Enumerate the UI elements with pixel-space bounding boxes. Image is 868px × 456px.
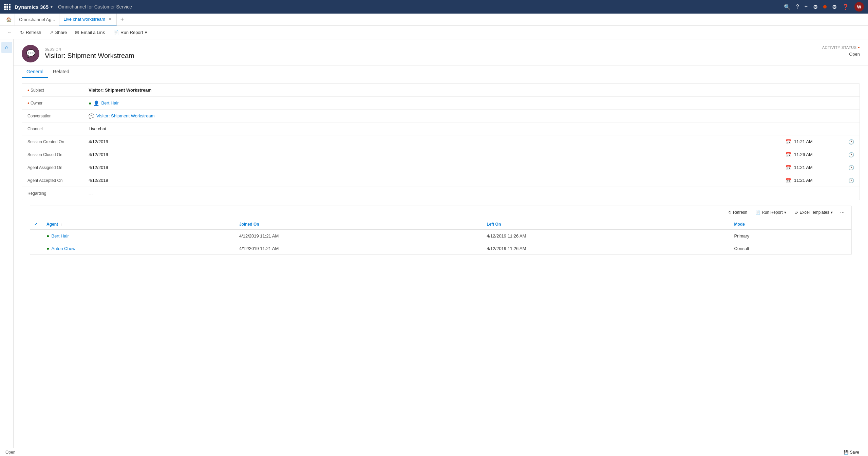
top-nav-icons: 🔍 ? + ⚙ ⚙ ❓ W [784,2,864,12]
form-row-session-created: Session Created On 4/12/2019 📅 11:21 AM … [22,135,860,148]
tab-livechat-label: Live chat workstream [63,17,105,22]
save-icon: 💾 [844,450,849,455]
save-button[interactable]: 💾 Save [840,449,863,455]
row2-joined: 4/12/2019 11:21 AM [235,242,483,255]
col-joined-on[interactable]: Joined On [235,219,483,230]
agent-accepted-date: 4/12/2019 [89,178,783,183]
row2-left: 4/12/2019 11:26 AM [483,242,730,255]
agent-assigned-time: 11:21 AM [794,165,848,170]
share-label: Share [55,30,67,35]
session-title: Visitor: Shipment Workstream [45,52,134,60]
tab-omnichannel[interactable]: Omnichannel Ag... [15,14,59,25]
subtable-run-report-button[interactable]: 📄 Run Report ▾ [752,209,789,216]
regarding-label: Regarding [27,191,89,196]
col-mode[interactable]: Mode [730,219,851,230]
owner-link[interactable]: Bert Hair [101,100,118,106]
agent2-online-icon: ● [46,246,49,251]
subtable-run-report-label: Run Report [762,210,782,215]
add-icon[interactable]: + [805,4,808,10]
form-row-regarding: Regarding --- [22,187,860,200]
owner-value: ● 👤 Bert Hair [89,100,854,106]
app-subtitle: Omnichannel for Customer Service [58,4,132,10]
agent-accepted-clock-icon[interactable]: 🕐 [848,178,854,183]
subtable-refresh-label: Refresh [733,210,747,215]
app-title-chevron[interactable]: ▾ [51,5,53,9]
session-closed-calendar-icon[interactable]: 📅 [786,152,791,157]
session-created-clock-icon[interactable]: 🕐 [848,139,854,145]
status-bar-right: 💾 Save [840,449,863,455]
col-left-on[interactable]: Left On [483,219,730,230]
channel-label: Channel [27,127,89,131]
search-icon[interactable]: 🔍 [784,4,791,10]
subtable-report-icon: 📄 [755,210,760,215]
save-label: Save [850,450,859,455]
tab-livechat[interactable]: Live chat workstream ✕ [59,14,117,25]
main-area: ⌂ 💬 SESSION Visitor: Shipment Workstream… [0,39,868,456]
checkmark-icon: ✓ [34,222,38,227]
agent-accepted-label: Agent Accepted On [27,178,89,183]
conversation-icon: 💬 [89,113,94,119]
help-icon[interactable]: ? [796,4,799,10]
filter-icon[interactable]: ⚙ [813,4,818,10]
session-closed-clock-icon[interactable]: 🕐 [848,152,854,157]
email-icon: ✉ [75,30,79,35]
session-header-right: Activity Status • Open [822,45,860,57]
form-row-conversation: Conversation 💬 Visitor: Shipment Workstr… [22,110,860,122]
agent-assigned-clock-icon[interactable]: 🕐 [848,165,854,170]
agent-assigned-calendar-icon[interactable]: 📅 [786,165,791,170]
settings-icon[interactable]: ⚙ [832,4,837,10]
session-created-calendar-icon[interactable]: 📅 [786,139,791,145]
subtable-excel-chevron: ▾ [831,210,833,215]
tab-related[interactable]: Related [48,65,74,78]
subject-value: Visitor: Shipment Workstream [89,88,854,93]
status-dot [823,5,827,8]
main-content: 💬 SESSION Visitor: Shipment Workstream A… [14,39,868,456]
form-row-channel: Channel Live chat [22,122,860,135]
subtable-refresh-button[interactable]: ↻ Refresh [725,209,751,216]
conversation-label: Conversation [27,114,89,118]
tab-omnichannel-label: Omnichannel Ag... [19,17,55,22]
agent1-link[interactable]: Bert Hair [51,233,69,239]
form-row-agent-accepted: Agent Accepted On 4/12/2019 📅 11:21 AM 🕐 [22,174,860,187]
tab-general[interactable]: General [22,65,48,78]
back-button[interactable]: ← [4,28,15,36]
form-row-owner: • Owner ● 👤 Bert Hair [22,97,860,110]
refresh-button[interactable]: ↻ Refresh [17,28,45,37]
subtable-more-icon[interactable]: ··· [837,208,847,217]
table-row: ● Anton Chew 4/12/2019 11:21 AM 4/12/201… [30,242,851,255]
share-button[interactable]: ↗ Share [46,28,71,37]
grid-menu-icon[interactable] [4,4,11,10]
activity-status-required: • [858,45,860,50]
session-label: SESSION [45,48,134,51]
row2-mode: Consult [730,242,851,255]
run-report-button[interactable]: 📄 Run Report ▾ [110,28,150,37]
row1-joined: 4/12/2019 11:21 AM [235,230,483,242]
home-button[interactable]: 🏠 [3,14,15,25]
status-bar: Open 💾 Save [0,448,868,456]
refresh-icon: ↻ [20,30,24,35]
col-check[interactable]: ✓ [30,219,42,230]
share-icon: ↗ [50,30,54,35]
sidebar-home-icon[interactable]: ⌂ [1,42,12,53]
owner-online-icon: ● [89,100,91,106]
agent-accepted-calendar-icon[interactable]: 📅 [786,178,791,183]
question-icon[interactable]: ❓ [842,4,849,10]
run-report-chevron: ▾ [145,30,147,35]
col-agent-label: Agent [46,222,58,227]
col-left-label: Left On [487,222,501,227]
sub-table-toolbar: ↻ Refresh 📄 Run Report ▾ 🗗 Excel Templat… [30,206,851,219]
conversation-link[interactable]: Visitor: Shipment Workstream [96,113,154,118]
user-avatar[interactable]: W [854,2,864,12]
form-row-session-closed: Session Closed On 4/12/2019 📅 11:26 AM 🕐 [22,148,860,161]
tab-livechat-close[interactable]: ✕ [108,16,112,22]
agents-table: ✓ Agent ↑ Joined On Left On [30,219,851,254]
session-closed-time: 11:26 AM [794,152,848,157]
form-body: • Subject Visitor: Shipment Workstream •… [14,83,868,255]
refresh-label: Refresh [26,30,41,35]
subtable-excel-button[interactable]: 🗗 Excel Templates ▾ [791,209,836,216]
new-tab-button[interactable]: + [117,14,128,25]
agent2-link[interactable]: Anton Chew [51,246,75,251]
col-agent[interactable]: Agent ↑ [42,219,235,230]
email-link-button[interactable]: ✉ Email a Link [72,28,108,37]
row2-check [30,242,42,255]
